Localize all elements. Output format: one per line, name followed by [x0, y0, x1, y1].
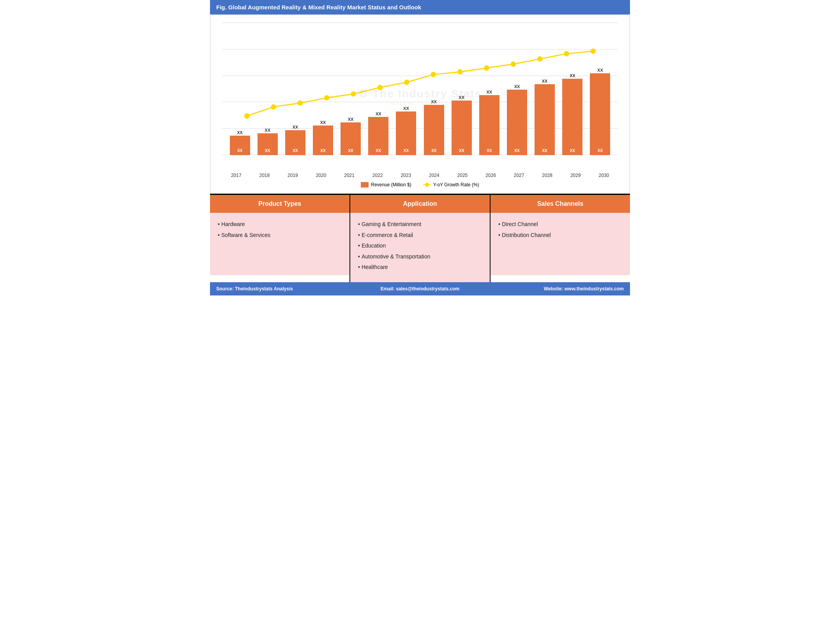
bar-mid-label: XX: [507, 149, 527, 153]
list-item: Healthcare: [358, 263, 482, 271]
bar-top-label: XX: [514, 84, 520, 89]
legend-dot: [425, 183, 429, 187]
bottom-section-2: Sales ChannelsDirect ChannelDistribution…: [491, 195, 630, 282]
bar-group-2017: XXXX: [226, 130, 254, 155]
bar-group-2020: XXXX: [309, 120, 337, 155]
x-label-2030: 2030: [590, 173, 618, 178]
legend-bar-color: [361, 182, 369, 187]
bar-2017: XX: [230, 136, 250, 155]
x-axis: 2017201820192020202120222023202420252026…: [218, 173, 622, 178]
bar-top-label: XX: [459, 95, 464, 100]
bar-group-2027: XXXX: [503, 84, 531, 155]
bar-2018: XX: [258, 133, 278, 155]
bar-mid-label: XX: [285, 149, 305, 153]
bars-wrapper: XXXXXXXXXXXXXXXXXXXXXXXXXXXXXXXXXXXXXXXX…: [222, 23, 618, 155]
bar-2021: XX: [341, 122, 361, 155]
page-header: Fig. Global Augmented Reality & Mixed Re…: [210, 0, 630, 14]
bar-mid-label: XX: [452, 149, 472, 153]
bar-mid-label: XX: [341, 149, 361, 153]
bar-top-label: XX: [293, 125, 298, 129]
bar-top-label: XX: [348, 117, 354, 122]
x-label-2027: 2027: [505, 173, 533, 178]
page-title: Fig. Global Augmented Reality & Mixed Re…: [216, 4, 421, 11]
bottom-list-2: Direct ChannelDistribution Channel: [498, 221, 622, 239]
x-label-2029: 2029: [561, 173, 590, 178]
bottom-header-0: Product Types: [210, 195, 349, 213]
x-label-2020: 2020: [307, 173, 335, 178]
bottom-list-0: HardwareSoftware & Services: [218, 221, 342, 239]
bottom-header-1: Application: [350, 195, 490, 213]
bar-2025: XX: [452, 101, 472, 155]
bottom-header-2: Sales Channels: [491, 195, 630, 213]
footer-source: Source: Theindustrystats Analysis: [216, 286, 352, 292]
footer-website: Website: www.theindustrystats.com: [488, 286, 624, 292]
bottom-section-0: Product TypesHardwareSoftware & Services: [210, 195, 350, 282]
legend-line-color: [423, 184, 431, 185]
list-item: Distribution Channel: [498, 232, 622, 239]
bar-group-2023: XXXX: [392, 106, 420, 155]
bar-group-2029: XXXX: [559, 73, 586, 155]
bar-top-label: XX: [431, 99, 437, 104]
x-label-2021: 2021: [335, 173, 364, 178]
bar-group-2022: XXXX: [365, 111, 392, 155]
bottom-content-0: HardwareSoftware & Services: [210, 213, 349, 275]
bar-group-2019: XXXX: [281, 125, 309, 155]
bar-2024: XX: [424, 105, 444, 155]
x-label-2023: 2023: [392, 173, 420, 178]
bar-group-2030: XXXX: [586, 68, 614, 155]
bar-mid-label: XX: [562, 149, 582, 153]
bar-group-2028: XXXX: [531, 79, 559, 155]
list-item: Automotive & Transportation: [358, 253, 482, 261]
page-footer: Source: Theindustrystats Analysis Email:…: [210, 282, 630, 295]
bottom-content-1: Gaming & EntertainmentE-commerce & Retai…: [350, 213, 490, 282]
bar-mid-label: XX: [590, 149, 610, 153]
bar-top-label: XX: [486, 90, 492, 94]
bar-mid-label: XX: [313, 149, 333, 153]
list-item: Software & Services: [218, 232, 342, 239]
bar-2020: XX: [313, 126, 333, 155]
x-label-2024: 2024: [420, 173, 448, 178]
bar-mid-label: XX: [535, 149, 555, 153]
list-item: Direct Channel: [498, 221, 622, 228]
bar-2022: XX: [368, 117, 388, 155]
bar-2029: XX: [562, 79, 582, 155]
bar-2028: XX: [535, 84, 555, 155]
x-label-2019: 2019: [279, 173, 307, 178]
x-label-2028: 2028: [533, 173, 561, 178]
bar-top-label: XX: [376, 111, 381, 116]
bar-top-label: XX: [597, 68, 603, 73]
bar-mid-label: XX: [396, 149, 416, 153]
bar-mid-label: XX: [258, 149, 278, 153]
bar-2026: XX: [479, 95, 499, 155]
chart-legend: Revenue (Million $) Y-oY Growth Rate (%): [218, 182, 622, 187]
bar-2027: XX: [507, 90, 527, 155]
list-item: Education: [358, 242, 482, 250]
bottom-content-2: Direct ChannelDistribution Channel: [491, 213, 630, 275]
legend-bar-label: Revenue (Million $): [371, 182, 411, 187]
list-item: Gaming & Entertainment: [358, 221, 482, 228]
bar-top-label: XX: [542, 79, 548, 83]
bar-mid-label: XX: [368, 149, 388, 153]
bar-mid-label: XX: [230, 149, 250, 153]
bottom-list-1: Gaming & EntertainmentE-commerce & Retai…: [358, 221, 482, 271]
bottom-section-1: ApplicationGaming & EntertainmentE-comme…: [350, 195, 491, 282]
bar-top-label: XX: [570, 73, 575, 78]
x-label-2017: 2017: [222, 173, 251, 178]
bar-group-2025: XXXX: [448, 95, 475, 155]
x-label-2026: 2026: [476, 173, 505, 178]
bar-top-label: XX: [265, 128, 270, 133]
legend-line: Y-oY Growth Rate (%): [423, 182, 479, 187]
x-label-2022: 2022: [364, 173, 392, 178]
bar-2023: XX: [396, 111, 416, 155]
legend-line-label: Y-oY Growth Rate (%): [433, 182, 479, 187]
bar-2019: XX: [285, 130, 305, 155]
list-item: Hardware: [218, 221, 342, 228]
bar-group-2026: XXXX: [475, 90, 503, 155]
bottom-grid: Product TypesHardwareSoftware & Services…: [210, 194, 630, 282]
bar-2030: XX: [590, 73, 610, 155]
chart-area: ⚙ The Industry Stats market research XXX…: [222, 23, 618, 171]
x-label-2025: 2025: [448, 173, 477, 178]
list-item: E-commerce & Retail: [358, 232, 482, 239]
legend-bar: Revenue (Million $): [361, 182, 411, 187]
bar-group-2024: XXXX: [420, 99, 448, 155]
